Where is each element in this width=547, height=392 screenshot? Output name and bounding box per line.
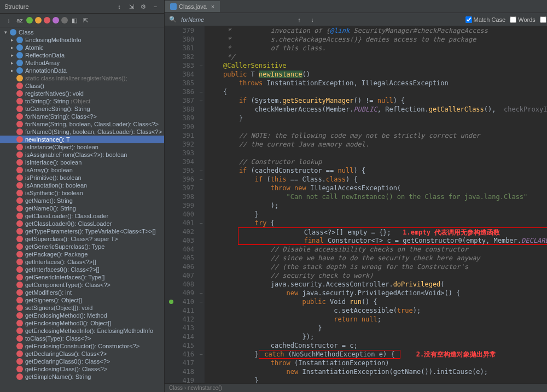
show-fields-icon[interactable] [53,17,59,24]
line-gutter[interactable]: 3793803813823833843853863873883893903913… [165,26,197,383]
line-number[interactable]: 392 [168,140,194,149]
code-line[interactable]: if (System.getSecurityManager() != null)… [205,96,547,105]
fold-column[interactable]: −−−−−−−−− [197,26,205,383]
code-line[interactable]: } [205,114,547,122]
tree-root[interactable]: ▾ Class [0,28,164,36]
tree-item[interactable]: getName0(): String [0,204,164,212]
code-line[interactable]: c.setAccessible(true); [205,306,547,315]
code-line[interactable]: // Constructor lookup [205,157,547,166]
words-checkbox[interactable]: Words [510,16,536,23]
show-protected-icon[interactable] [35,17,42,24]
code-line[interactable]: final Constructor<T> c = getConstructor0… [238,236,547,245]
fold-toggle-icon[interactable]: − [197,61,205,70]
tree-item[interactable]: ▸AnnotationData [0,67,164,74]
code-line[interactable]: if (this == Class.class) { [205,175,547,184]
tree-item[interactable]: getDeclaringClass0(): Class<?> [0,358,164,365]
line-number[interactable]: 395 [168,166,194,175]
tab-class-java[interactable]: Class.java × [165,1,220,12]
tree-item[interactable]: getSuperclass(): Class<? super T> [0,235,164,243]
tree-item[interactable]: getInterfaces0(): Class<?>[] [0,266,164,273]
code-line[interactable]: cachedConstructor = c; [205,341,547,350]
line-number[interactable]: 413 [168,324,194,332]
line-number[interactable]: 383 [168,61,194,70]
sort-visibility-icon[interactable]: az [15,16,24,25]
tree-item[interactable]: ▸MethodArray [0,59,164,67]
code-line[interactable]: { [205,87,547,96]
line-number[interactable]: 397 [168,184,194,192]
search-icon[interactable]: 🔍 [169,16,177,23]
line-number[interactable]: 407 [168,271,194,280]
chevron-down-icon[interactable]: ▾ [4,30,10,35]
show-public-icon[interactable] [26,17,33,24]
tree-item[interactable]: getClassLoader(): ClassLoader [0,212,164,220]
code-line[interactable]: } catch (NoSuchMethodException e) { 2.没有… [205,350,547,359]
line-number[interactable]: 412 [168,315,194,324]
tree-item[interactable]: static class initializer registerNatives… [0,74,164,82]
tree-item[interactable]: toClass(Type): Class<?> [0,335,164,342]
fold-toggle-icon[interactable]: − [197,96,205,105]
code-line[interactable]: */ [205,52,547,61]
tree-item[interactable]: getEnclosingClass(): Class<?> [0,365,164,373]
tree-item[interactable]: getEnclosingMethod(): Method [0,312,164,319]
tree-item[interactable]: getEnclosingMethodInfo(): EnclosingMetho… [0,327,164,335]
gear-icon[interactable]: ⚙ [139,2,148,11]
line-number[interactable]: 419 [168,376,194,383]
tree-item[interactable]: setSigners(Object[]): void [0,304,164,312]
code-line[interactable]: new InstantiationException(getName()).in… [205,367,547,376]
code-line[interactable]: // security check to work) [205,271,547,280]
regex-checkbox[interactable]: Regex [540,16,547,23]
code-line[interactable]: if (cachedConstructor == null) { [205,166,547,175]
fold-toggle-icon[interactable]: − [197,166,205,175]
line-number[interactable]: 391 [168,131,194,140]
line-number[interactable]: 401 [168,219,194,227]
override-marker-icon[interactable] [169,300,173,304]
line-number[interactable]: 398 [168,192,194,201]
code-line[interactable]: } [205,324,547,332]
code-line[interactable]: throws InstantiationException, IllegalAc… [205,79,547,87]
code-line[interactable]: * s.checkPackageAccess()} denies access … [205,35,547,44]
minimize-icon[interactable]: − [151,2,160,11]
fold-toggle-icon[interactable]: − [197,219,205,227]
tree-item[interactable]: ▸EnclosingMethodInfo [0,36,164,44]
code-line[interactable] [205,149,547,157]
line-number[interactable]: 402 [168,227,194,236]
autoscroll-icon[interactable]: ⇱ [81,16,90,25]
line-number[interactable]: 415 [168,341,194,350]
tree-item[interactable]: newInstance(): T [0,136,164,143]
line-number[interactable]: 406 [168,262,194,271]
line-number[interactable]: 405 [168,254,194,262]
code-line[interactable]: public T newInstance() [205,70,547,79]
tree-item[interactable]: getComponentType(): Class<?> [0,281,164,289]
tree-item[interactable]: getSimpleName(): String [0,373,164,381]
code-line[interactable]: return null; [205,315,547,324]
code-line[interactable]: throw new IllegalAccessException( [205,184,547,192]
tree-item[interactable]: isInstance(Object): boolean [0,143,164,151]
line-number[interactable]: 390 [168,122,194,131]
line-number[interactable]: 394 [168,157,194,166]
line-number[interactable]: 409 [168,289,194,297]
tree-item[interactable]: ▸ReflectionData [0,51,164,59]
fold-toggle-icon[interactable]: − [197,297,205,306]
tree-item[interactable]: forName0(String, boolean, ClassLoader): … [0,128,164,136]
line-number[interactable]: 408 [168,280,194,289]
line-number[interactable]: 418 [168,367,194,376]
line-number[interactable]: 400 [168,210,194,219]
line-number[interactable]: 416 [168,350,194,359]
line-number[interactable]: 410 [168,297,194,306]
fold-toggle-icon[interactable]: − [197,175,205,184]
close-icon[interactable]: × [211,3,214,10]
line-number[interactable]: 388 [168,105,194,114]
code-line[interactable]: "Can not call newInstance() on the Class… [205,192,547,201]
code-line[interactable]: // (the stack depth is wrong for the Con… [205,262,547,271]
code-line[interactable]: new java.security.PrivilegedAction<Void>… [205,289,547,297]
line-number[interactable]: 387 [168,96,194,105]
code-line[interactable]: } [205,376,547,383]
tree-item[interactable]: isAnnotation(): boolean [0,182,164,189]
line-number[interactable]: 384 [168,70,194,79]
tree-item[interactable]: getModifiers(): int [0,289,164,296]
expand-icon[interactable]: ⇲ [127,2,136,11]
code-line[interactable]: @CallerSensitive [205,61,547,70]
code-content[interactable]: * invocation of {@link SecurityManager#c… [205,26,547,383]
tree-item[interactable]: getEnclosingConstructor(): Constructor<?… [0,342,164,350]
tree-item[interactable]: toString(): String ↑Object [0,97,164,105]
